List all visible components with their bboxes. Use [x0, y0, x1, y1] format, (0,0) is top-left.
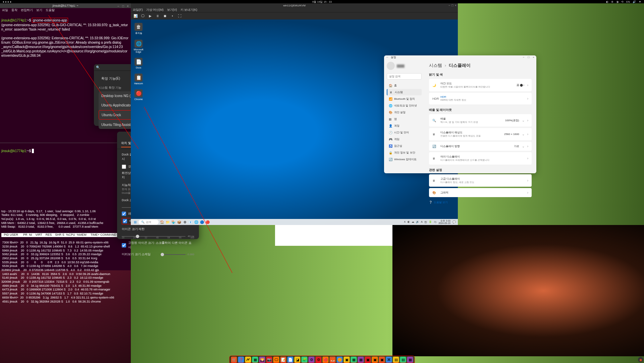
settings-item[interactable]: 🔍배율텍스트, 앱 및 기타 항목의 크기 변경100%(권장)⌄›	[429, 114, 532, 127]
user-profile[interactable]: ████	[387, 62, 422, 70]
vm-toolbar-btn[interactable]: ⏸	[155, 13, 160, 19]
menu-help[interactable]: 도움말	[46, 8, 55, 13]
dock-app-icon[interactable]: ▣	[344, 357, 350, 363]
close-icon[interactable]: ×	[533, 56, 534, 59]
tray-icon[interactable]: 🔊	[416, 220, 419, 224]
settings-nav-item[interactable]: 📶Bluetooth 및 장치	[387, 96, 422, 102]
dock-app-icon[interactable]: ▣	[372, 357, 378, 363]
dock-app-icon[interactable]: ▤	[400, 357, 406, 363]
desktop-icon[interactable]: 🔴Chrome	[133, 89, 144, 100]
settings-nav-item[interactable]: 🌐네트워크 및 인터넷	[387, 102, 422, 109]
vm-toolbar-btn[interactable]: ⛶	[177, 13, 182, 19]
fixed-icon-size-checkbox[interactable]	[122, 243, 126, 247]
minimize-icon[interactable]: −	[448, 4, 450, 7]
dock-app-icon[interactable]: 🖵	[273, 357, 279, 363]
dock-app-icon[interactable]: ◪	[294, 357, 301, 363]
menu-view[interactable]: 보기	[36, 8, 42, 13]
back-icon[interactable]: ←	[386, 56, 389, 59]
center-icons-checkbox[interactable]	[123, 219, 127, 223]
settings-item[interactable]: HDRHDRHDR에 대한 자세한 정보›	[429, 93, 532, 104]
taskbar-date[interactable]: 2024-09-19	[438, 222, 450, 224]
dock-app-icon[interactable]: ▦	[252, 357, 258, 363]
close-icon[interactable]: ×	[455, 4, 457, 7]
tray-icon[interactable]: ☁	[412, 220, 414, 224]
notification-icon[interactable]: 💬	[452, 221, 456, 224]
menu-action[interactable]: 동작	[11, 8, 17, 13]
vm-titlebar[interactable]: win11/QEMU/KVM − □ ×	[131, 3, 458, 7]
tray-icon[interactable]: 가	[434, 220, 436, 224]
menu-edit[interactable]: 편집하기	[21, 8, 33, 13]
settings-nav-item[interactable]: 🎮게임	[387, 136, 422, 142]
dock-app-icon[interactable]: ⌘	[386, 357, 392, 363]
show-apps-corner[interactable]: ◉	[638, 357, 643, 362]
settings-item[interactable]: 🔄디스플레이 방향가로⌄›	[429, 142, 532, 151]
activities-dots[interactable]: ● ● ● ●	[3, 0, 11, 3]
settings-item[interactable]: 🖥고급 디스플레이디스플레이 정보, 새로 고침 빈도›	[429, 174, 532, 187]
vm-toolbar-btn[interactable]: 🖵	[140, 13, 146, 19]
taskbar-time[interactable]: 오후 3:33	[438, 220, 450, 222]
input-lang[interactable]: EN	[626, 0, 630, 3]
terminal-titlebar[interactable]: jinsuk@k1774p1: ~ − □ ×	[0, 3, 131, 8]
settings-nav-item[interactable]: 🔄Windows 업데이트	[387, 156, 422, 163]
desktop-icon[interactable]: 📄Docs	[133, 58, 144, 69]
dock-app-icon[interactable]: ⚙	[309, 357, 315, 363]
tray-icon[interactable]: ∧	[404, 220, 406, 224]
panel-mode-checkbox[interactable]	[122, 212, 126, 216]
setting-control[interactable]: 끔 ⬤○	[517, 83, 525, 87]
minimize-icon[interactable]: −	[117, 4, 120, 7]
taskbar-app-icon[interactable]: 📧	[188, 220, 193, 224]
taskbar-app-icon[interactable]: 🏪	[171, 220, 176, 224]
taskbar-app-icon[interactable]: 📁	[165, 220, 170, 224]
dock-app-icon[interactable]: ▦	[407, 357, 413, 363]
volume-icon[interactable]: 🔊	[633, 0, 636, 3]
vm-menu-view[interactable]: 보기(V)	[167, 8, 177, 12]
settings-nav-item[interactable]: 🕐시간 및 언어	[387, 129, 422, 136]
taskbar-search[interactable]: 🔍 검색	[139, 220, 159, 225]
dock-app-icon[interactable]: 📷	[266, 357, 272, 363]
settings-nav-item[interactable]: 👤계정	[387, 123, 422, 129]
dock-app-icon[interactable]: 🧩	[302, 357, 308, 363]
dock-app-icon[interactable]: ▦	[358, 357, 364, 363]
dock-app-icon[interactable]: ▣	[379, 357, 385, 363]
tray-icon[interactable]: ◐	[408, 220, 410, 224]
close-icon[interactable]: ×	[127, 4, 129, 7]
desktop-icon[interactable]: 📋Hancom	[133, 74, 144, 85]
vm-toolbar-btn[interactable]: 📊	[133, 13, 138, 19]
dock-app-icon[interactable]: ▦	[351, 357, 357, 363]
tray-icon[interactable]: A	[421, 220, 423, 224]
settings-nav-item[interactable]: 🎨개인 설정	[387, 109, 422, 116]
settings-titlebar[interactable]: ← 설정 − □ ×	[384, 55, 536, 59]
dock-app-icon[interactable]: ❓	[238, 357, 244, 363]
settings-search-input[interactable]	[387, 73, 422, 80]
taskbar-app-icon[interactable]: 🏠	[160, 220, 164, 224]
dock-app-icon[interactable]: 🔴	[323, 357, 329, 363]
dock-app-icon[interactable]: 📝	[280, 357, 286, 363]
dock-app-icon[interactable]: ▤	[393, 357, 399, 363]
tray-icon[interactable]: ⊕	[611, 0, 613, 3]
dock-app-icon[interactable]: 🗲	[245, 357, 251, 363]
tray-icon[interactable]: ◑	[616, 0, 619, 3]
vm-toolbar-btn[interactable]: ▶	[148, 13, 153, 19]
settings-nav-item[interactable]: 🔒개인 정보 및 보안	[387, 149, 422, 156]
taskbar-app-icon[interactable]: 🌐	[194, 220, 199, 224]
settings-item[interactable]: 🖥디스플레이 해상도연결된 디스플레이에 맞게 해상도 조절2560 × 160…	[429, 128, 532, 140]
maximize-icon[interactable]: □	[528, 56, 529, 59]
dock-app-icon[interactable]: 📄	[287, 357, 293, 363]
taskbar-app-icon[interactable]: 🔵	[200, 220, 204, 224]
start-button[interactable]: ⊞	[133, 220, 138, 224]
maximize-icon[interactable]: □	[451, 4, 453, 7]
maximize-icon[interactable]: □	[122, 4, 125, 7]
menu-file[interactable]: 파일	[2, 8, 8, 13]
all-monitors-checkbox[interactable]	[122, 165, 126, 169]
tray-icon[interactable]: 한	[424, 220, 427, 224]
vm-menu-sendkey[interactable]: 키 보내기(K)	[180, 8, 198, 12]
dock-app-icon[interactable]: ⚙	[316, 357, 322, 363]
dock-app-icon[interactable]: 🌄	[259, 357, 265, 363]
search-icon[interactable]: 🔍	[96, 65, 100, 69]
clock[interactable]: 9월 19일 15 : 33	[312, 0, 332, 4]
dock-app-icon[interactable]: 🟠	[337, 357, 343, 363]
desktop-icon[interactable]: 🗑휴지통	[133, 23, 144, 35]
vm-menu-machine[interactable]: 가상 머신(M)	[146, 8, 164, 12]
settings-item[interactable]: 🖥여러 디스플레이디스플레이의 프레젠테이션 모드를 선택합니다›	[429, 152, 532, 165]
taskbar-app-icon[interactable]: ⚙	[182, 220, 187, 224]
